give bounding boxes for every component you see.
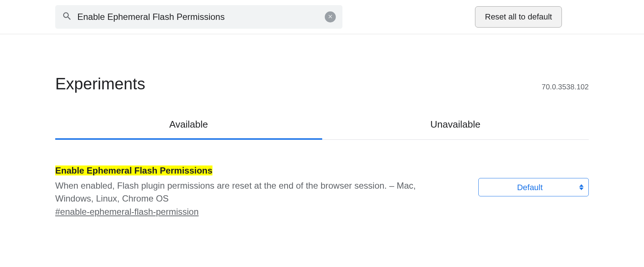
clear-search-button[interactable] bbox=[325, 11, 336, 22]
title-row: Experiments 70.0.3538.102 bbox=[55, 75, 589, 93]
header-bar: Reset all to default bbox=[0, 0, 644, 34]
flag-body: Enable Ephemeral Flash Permissions When … bbox=[55, 165, 446, 217]
search-icon bbox=[62, 11, 72, 23]
flag-state-select[interactable]: Default bbox=[478, 178, 589, 196]
flag-title: Enable Ephemeral Flash Permissions bbox=[55, 165, 212, 175]
version-label: 70.0.3538.102 bbox=[542, 83, 589, 91]
search-input[interactable] bbox=[77, 12, 320, 22]
tab-unavailable[interactable]: Unavailable bbox=[322, 119, 589, 140]
page-title: Experiments bbox=[55, 75, 145, 93]
reset-all-button[interactable]: Reset all to default bbox=[475, 6, 562, 28]
flag-description: When enabled, Flash plugin permissions a… bbox=[55, 179, 446, 205]
search-box[interactable] bbox=[55, 5, 342, 29]
content: Experiments 70.0.3538.102 Available Unav… bbox=[0, 75, 644, 217]
tabs: Available Unavailable bbox=[55, 119, 589, 140]
flag-select-wrap: Default bbox=[478, 178, 589, 196]
tab-available[interactable]: Available bbox=[55, 119, 322, 140]
close-icon bbox=[327, 14, 333, 21]
flag-row: Enable Ephemeral Flash Permissions When … bbox=[55, 165, 589, 217]
flag-hash-link[interactable]: #enable-ephemeral-flash-permission bbox=[55, 207, 199, 217]
